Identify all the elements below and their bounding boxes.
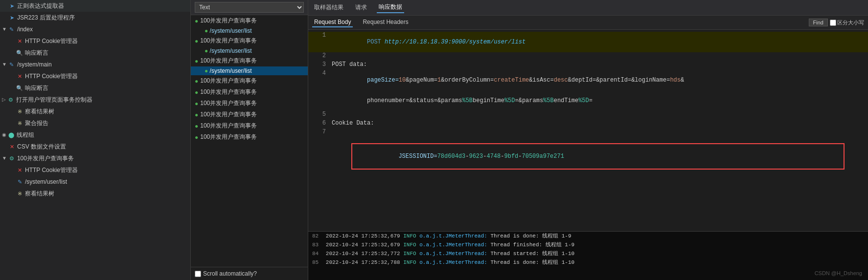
middle-header: Text HTML JSON XML Raw (191, 0, 308, 15)
sample-parent-label: 100并发用户查询事务 (200, 77, 257, 85)
sample-parent-6[interactable]: ● 100并发用户查询事务 (191, 98, 308, 109)
tree-label: 察看结果树 (25, 107, 54, 116)
log-line-82: 82 2022-10-24 17:25:32,679 INFO o.a.j.t.… (308, 232, 868, 240)
tab-sampler-result[interactable]: 取样器结果 (312, 2, 345, 13)
session-val-3: 4748 (486, 153, 501, 160)
tree-item-jsr223[interactable]: ➤ JSR223 后置处理程序 (0, 12, 190, 23)
tree-item-index[interactable]: ▼ ✎ /index (0, 23, 190, 35)
search-icon: 🔍 (16, 49, 23, 57)
sample-parent-4[interactable]: ● 100并发用户查询事务 (191, 75, 308, 86)
line-number: 4 (312, 70, 326, 77)
sample-parent-label: 100并发用户查询事务 (200, 122, 257, 130)
sample-child-1[interactable]: ● /system/user/list (191, 26, 308, 35)
tree-item-resp1[interactable]: 🔍 响应断言 (0, 47, 190, 59)
log-line-85: 85 2022-10-24 17:25:32,788 INFO o.a.j.t.… (308, 258, 868, 267)
middle-panel: Text HTML JSON XML Raw ● 100并发用户查询事务 ● /… (191, 0, 308, 280)
tree-item-concurrent[interactable]: ▼ ⚙ 100并发用户查询事务 (0, 152, 190, 164)
tree-item-systemmain[interactable]: ▼ ✎ /system/main (0, 59, 190, 70)
code-content: phonenumber=&status=&params%5BbeginTime%… (332, 90, 864, 111)
code-content: pageSize=10&pageNum=1&orderByColumn=crea… (332, 70, 864, 90)
tree-label: 正则表达式提取器 (17, 1, 64, 11)
watermark: CSDN @H_Dsheng (815, 270, 862, 276)
line-number: 6 (312, 120, 326, 127)
session-val-4: 9bfd (504, 153, 518, 160)
green-dot-icon: ● (195, 100, 198, 107)
sample-parent-1[interactable]: ● 100并发用户查询事务 (191, 15, 308, 26)
log-level: INFO (403, 251, 419, 257)
green-dot-icon: ● (195, 18, 198, 24)
sample-child-2[interactable]: ● /system/user/list (191, 46, 308, 55)
code-line-2: 2 (308, 52, 868, 61)
tree-item-csv[interactable]: ✕ CSV 数据文件设置 (0, 141, 190, 152)
controller-icon: ⚙ (7, 96, 15, 104)
sample-parent-5[interactable]: ● 100并发用户查询事务 (191, 86, 308, 98)
line-number: 1 (312, 32, 326, 39)
case-sensitive-checkbox[interactable] (830, 20, 836, 26)
session-val-2: 9623 (469, 153, 483, 160)
code-line-5: 5 (308, 111, 868, 120)
log-logger: o.a.j.t.JMeterThread: (419, 259, 490, 265)
tree-label: /system/user/list (25, 177, 67, 187)
log-num: 82 (312, 233, 319, 239)
tree-label: CSV 数据文件设置 (17, 142, 66, 151)
chart-icon2: ※ (16, 190, 23, 197)
collapse-icon: ▼ (2, 153, 7, 163)
pencil-icon: ✎ (16, 178, 23, 186)
sample-parent-label: 100并发用户查询事务 (200, 37, 257, 45)
sample-parent-label: 100并发用户查询事务 (200, 99, 257, 108)
green-dot-icon: ● (195, 58, 198, 65)
find-button[interactable]: Find (809, 19, 828, 26)
tab-response-data[interactable]: 响应数据 (377, 2, 404, 13)
code-content: POST http://10.18.18.39:9000/system/user… (332, 32, 864, 52)
log-panel: 82 2022-10-24 17:25:32,679 INFO o.a.j.t.… (308, 231, 868, 280)
code-line-4b: phonenumber=&status=&params%5BbeginTime%… (308, 90, 868, 111)
code-line-7: 7 JSESSIONID=78d604d3-9623-4748-9bfd-705… (308, 129, 868, 184)
x-icon: ✕ (16, 166, 23, 174)
green-dot-icon: ● (205, 67, 208, 74)
sample-parent-label: 100并发用户查询事务 (200, 88, 257, 96)
sample-parent-3[interactable]: ● 100并发用户查询事务 (191, 55, 308, 66)
line-number: 7 (312, 129, 326, 135)
right-top: 取样器结果 请求 响应数据 Request Body Request Heade… (308, 0, 868, 231)
log-logger: o.a.j.t.JMeterThread: (419, 233, 490, 239)
tree-label: JSR223 后置处理程序 (17, 13, 75, 22)
sample-parent-2[interactable]: ● 100并发用户查询事务 (191, 35, 308, 46)
tree-label: HTTP Cookie管理器 (25, 71, 78, 81)
line-number: 2 (312, 52, 326, 59)
log-date: 2022-10-24 17:25:32,772 (326, 251, 403, 257)
green-dot-icon: ● (195, 111, 198, 118)
sample-parent-label: 100并发用户查询事务 (200, 57, 257, 65)
find-checkbox-label[interactable]: 区分大小写 (830, 19, 864, 26)
sample-parent-9[interactable]: ● 100并发用户查询事务 (191, 131, 308, 143)
tab-request[interactable]: 请求 (353, 2, 369, 13)
tree-item-openuser[interactable]: ▷ ⚙ 打开用户管理页面事务控制器 (0, 94, 190, 106)
log-num: 85 (312, 259, 319, 265)
sample-list: ● 100并发用户查询事务 ● /system/user/list ● 100并… (191, 15, 308, 267)
tree-item-cookie1[interactable]: ✕ HTTP Cookie管理器 (0, 35, 190, 47)
collapse-icon: ▼ (2, 24, 7, 34)
tree-item-resp2[interactable]: 🔍 响应断言 (0, 82, 190, 94)
sample-parent-7[interactable]: ● 100并发用户查询事务 (191, 109, 308, 120)
dash4: - (518, 153, 522, 160)
cookie-box: JSESSIONID=78d604d3-9623-4748-9bfd-70509… (351, 143, 845, 170)
tree-label: 响应断言 (25, 48, 48, 58)
tree-item-cookie2[interactable]: ✕ HTTP Cookie管理器 (0, 70, 190, 82)
url-text: http://10.18.18.39:9000/system/user/list (385, 39, 525, 45)
thread-icon: ⬤ (7, 131, 15, 139)
format-dropdown[interactable]: Text HTML JSON XML Raw (195, 2, 304, 13)
tree-item-cookie3[interactable]: ✕ HTTP Cookie管理器 (0, 164, 190, 176)
tree-item-aggregate[interactable]: ※ 聚合报告 (0, 117, 190, 129)
scroll-checkbox[interactable] (195, 271, 201, 277)
tree-item-threadgroup[interactable]: ◉ ⬤ 线程组 (0, 129, 190, 141)
sample-child-3-active[interactable]: ● /system/user/list (191, 66, 308, 75)
collapse-icon: ▼ (2, 60, 7, 69)
pencil-icon: ✎ (8, 61, 16, 68)
tree-item-regex[interactable]: ➤ 正则表达式提取器 (0, 0, 190, 12)
code-display: 1 POST http://10.18.18.39:9000/system/us… (308, 30, 868, 231)
tree-item-viewtree[interactable]: ※ 察看结果树 (0, 106, 190, 117)
subtab-request-body[interactable]: Request Body (312, 18, 353, 27)
tree-item-viewtree2[interactable]: ※ 察看结果树 (0, 188, 190, 199)
sample-parent-8[interactable]: ● 100并发用户查询事务 (191, 120, 308, 131)
tree-item-userlist[interactable]: ✎ /system/user/list (0, 176, 190, 188)
subtab-request-headers[interactable]: Request Headers (361, 18, 410, 27)
